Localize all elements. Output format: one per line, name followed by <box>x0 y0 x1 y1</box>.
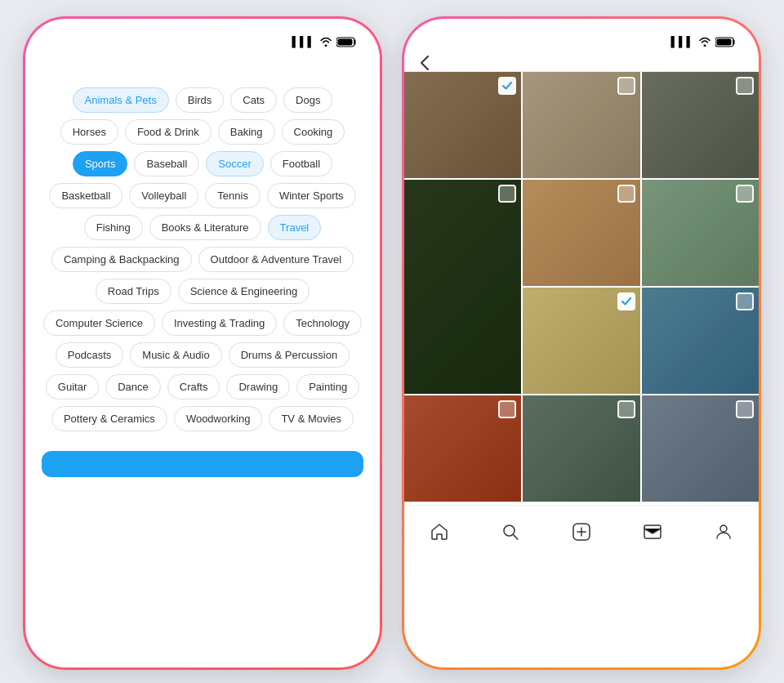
back-button[interactable] <box>421 56 429 70</box>
photo-select-checkbox-7[interactable] <box>736 292 754 310</box>
status-icons-right: ▌▌▌ <box>670 36 736 47</box>
photo-cell-4[interactable] <box>523 180 639 286</box>
tag-road-trips[interactable]: Road Trips <box>96 279 172 304</box>
left-content-area: Animals & PetsBirdsCatsDogsHorsesFood & … <box>25 55 380 667</box>
tag-dance[interactable]: Dance <box>105 374 161 400</box>
phone-frame-right: ▌▌▌ <box>402 16 761 670</box>
photo-select-checkbox-10[interactable] <box>736 400 754 418</box>
tag-volleyball[interactable]: Volleyball <box>129 183 198 208</box>
tag-science---engineering[interactable]: Science & Engineering <box>178 279 310 304</box>
tag-crafts[interactable]: Crafts <box>167 374 220 400</box>
tag-baseball[interactable]: Baseball <box>134 151 199 176</box>
skip-button[interactable] <box>42 55 363 71</box>
wifi-icon-right <box>698 37 711 47</box>
tag-basketball[interactable]: Basketball <box>49 183 122 208</box>
photo-cell-7[interactable] <box>642 288 759 394</box>
status-bar-right: ▌▌▌ <box>404 19 759 55</box>
nav-header <box>404 55 759 72</box>
battery-icon <box>336 37 357 47</box>
tag-technology[interactable]: Technology <box>283 310 362 336</box>
inbox-nav-icon[interactable] <box>636 516 669 548</box>
photo-grid <box>404 72 759 505</box>
tag-baking[interactable]: Baking <box>218 119 275 145</box>
svg-rect-1 <box>338 38 353 45</box>
right-phone: ▌▌▌ <box>402 16 761 670</box>
tag-football[interactable]: Football <box>270 151 332 176</box>
photo-select-checkbox-5[interactable] <box>736 185 754 203</box>
tag-sports[interactable]: Sports <box>73 151 128 176</box>
battery-icon-right <box>715 37 736 47</box>
photo-cell-1[interactable] <box>523 72 639 178</box>
photo-select-checkbox-8[interactable] <box>498 400 516 418</box>
status-bar-left: ▌▌▌ <box>25 19 380 55</box>
profile-nav-icon[interactable] <box>707 516 740 548</box>
tag-cats[interactable]: Cats <box>230 87 277 113</box>
tag-podcasts[interactable]: Podcasts <box>56 342 123 368</box>
tag-guitar[interactable]: Guitar <box>46 374 99 400</box>
svg-rect-3 <box>717 38 732 45</box>
tag-investing---trading[interactable]: Investing & Trading <box>162 310 277 336</box>
photo-select-checkbox-3[interactable] <box>498 185 516 203</box>
status-icons-left: ▌▌▌ <box>292 36 357 47</box>
photo-cell-2[interactable] <box>642 72 759 178</box>
photo-select-checkbox-1[interactable] <box>617 77 635 95</box>
photo-cell-5[interactable] <box>642 180 759 286</box>
photo-select-checkbox-2[interactable] <box>736 77 754 95</box>
tag-tv---movies[interactable]: TV & Movies <box>269 406 354 431</box>
photo-select-checkbox-4[interactable] <box>617 185 635 203</box>
signal-icon: ▌▌▌ <box>292 36 315 47</box>
photo-cell-10[interactable] <box>642 395 759 502</box>
tag-books---literature[interactable]: Books & Literature <box>149 215 261 240</box>
left-phone: ▌▌▌ Animals & PetsBirdsCatsDogsHorsesFoo… <box>23 16 382 670</box>
tag-camping---backpacking[interactable]: Camping & Backpacking <box>51 247 192 272</box>
home-nav-icon[interactable] <box>423 516 456 548</box>
tag-birds[interactable]: Birds <box>176 87 225 113</box>
tag-animals---pets[interactable]: Animals & Pets <box>73 87 169 113</box>
tag-fishing[interactable]: Fishing <box>84 215 143 240</box>
next-button[interactable] <box>42 451 363 477</box>
tag-drawing[interactable]: Drawing <box>226 374 290 400</box>
photo-cell-3[interactable] <box>404 180 521 394</box>
tag-tennis[interactable]: Tennis <box>205 183 261 208</box>
photo-cell-0[interactable] <box>404 72 521 178</box>
phone-frame-left: ▌▌▌ Animals & PetsBirdsCatsDogsHorsesFoo… <box>23 16 382 670</box>
tags-container: Animals & PetsBirdsCatsDogsHorsesFood & … <box>42 87 363 431</box>
tag-computer-science[interactable]: Computer Science <box>43 310 155 336</box>
bottom-nav <box>404 505 759 565</box>
tag-cooking[interactable]: Cooking <box>282 119 345 145</box>
photo-select-checkbox-0[interactable] <box>498 77 516 95</box>
photo-select-checkbox-9[interactable] <box>617 400 635 418</box>
photo-cell-6[interactable] <box>523 288 639 394</box>
tag-food---drink[interactable]: Food & Drink <box>125 119 212 145</box>
tag-travel[interactable]: Travel <box>268 215 322 240</box>
tag-pottery---ceramics[interactable]: Pottery & Ceramics <box>51 406 167 431</box>
tag-outdoor---adventure-travel[interactable]: Outdoor & Adventure Travel <box>198 247 354 272</box>
tag-drums---percussion[interactable]: Drums & Percussion <box>229 342 350 368</box>
right-content-area <box>404 55 759 667</box>
photo-cell-9[interactable] <box>523 395 639 502</box>
tag-winter-sports[interactable]: Winter Sports <box>267 183 356 208</box>
tag-painting[interactable]: Painting <box>296 374 359 400</box>
photo-cell-8[interactable] <box>404 395 521 502</box>
search-nav-icon[interactable] <box>494 516 527 548</box>
add-nav-icon[interactable] <box>565 516 598 548</box>
tag-woodworking[interactable]: Woodworking <box>174 406 263 431</box>
tag-soccer[interactable]: Soccer <box>206 151 263 176</box>
wifi-icon <box>319 37 332 47</box>
svg-point-7 <box>720 525 727 532</box>
tag-horses[interactable]: Horses <box>60 119 118 145</box>
photo-select-checkbox-6[interactable] <box>617 292 635 310</box>
tag-music---audio[interactable]: Music & Audio <box>130 342 221 368</box>
signal-icon-right: ▌▌▌ <box>670 36 694 47</box>
tag-dogs[interactable]: Dogs <box>283 87 332 113</box>
